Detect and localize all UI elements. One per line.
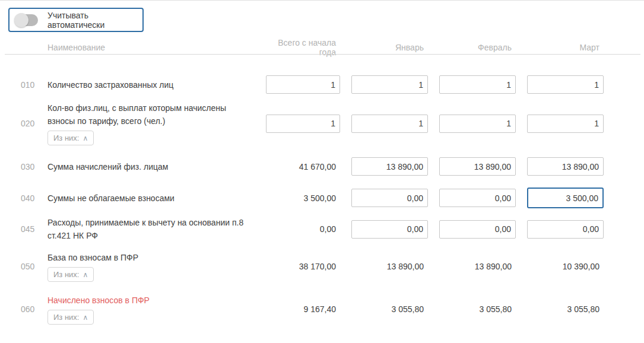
february-040-cell [428,189,516,207]
row-code: 050 [21,262,47,271]
total-010-cell [260,75,340,94]
total-030-cell: 41 670,00 [260,162,340,172]
column-header-february: Февраль [428,43,516,52]
toggle-knob [14,13,28,27]
january-040-cell [340,189,428,207]
expand-details-button[interactable]: Из них:∧ [47,310,94,325]
row-code: 040 [21,193,47,203]
row-name-cell: База по взносам в ПФРИз них:∧ [47,251,260,282]
table-row-045: 045Расходы, принимаемые к вычету на осно… [0,216,644,242]
row-label: База по взносам в ПФР [47,251,138,264]
february-030-input[interactable] [439,157,516,176]
february-030-cell [428,157,516,176]
february-045-cell [428,220,516,239]
february-045-input[interactable] [439,220,516,239]
february-010-cell [428,75,516,94]
table-row-050: 050База по взносам в ПФРИз них:∧38 170,0… [0,251,644,282]
row-name-cell: Кол-во физ.лиц, с выплат которым начисле… [47,101,260,145]
march-045-cell [516,220,604,239]
total-045-cell: 0,00 [260,224,340,234]
column-header-march: Март [516,43,604,52]
march-010-cell [516,75,604,94]
row-label: Начислено взносов в ПФР [47,294,150,307]
row-name-cell: Количество застрахованных лиц [47,78,260,91]
total-060-cell: 9 167,40 [260,304,340,314]
total-020-cell [260,115,340,133]
february-060-cell: 3 055,80 [428,304,516,314]
january-045-cell [340,220,428,239]
february-040-input[interactable] [439,189,516,207]
row-name-cell: Сумма начислений физ. лицам [47,160,260,173]
january-050-cell: 13 890,00 [340,262,428,271]
auto-calc-toggle-container[interactable]: Учитывать автоматически [8,8,144,32]
february-020-cell [428,115,516,133]
column-header-name: Наименование [47,43,260,52]
january-030-input[interactable] [351,157,428,176]
row-label: Сумма начислений физ. лицам [47,160,168,173]
february-020-input[interactable] [439,115,516,133]
expand-details-label: Из них: [53,270,79,279]
march-030-cell [516,157,604,176]
total-050-cell: 38 170,00 [260,262,340,271]
total-010-input[interactable] [266,75,340,94]
chevron-up-icon: ∧ [83,313,88,322]
table-row-010: 010Количество застрахованных лиц [0,75,644,94]
row-name-cell: Начислено взносов в ПФРИз них:∧ [47,294,260,325]
march-050-cell: 10 390,00 [516,262,604,271]
expand-details-button[interactable]: Из них:∧ [47,131,94,145]
january-045-input[interactable] [351,220,428,239]
contributions-form-page: Учитывать автоматически Наименование Все… [0,0,644,343]
march-030-input[interactable] [527,157,604,176]
january-030-cell [340,157,428,176]
row-name-cell: Расходы, принимаемые к вычету на основан… [47,216,260,242]
march-010-input[interactable] [527,75,604,94]
row-code: 020 [21,119,47,128]
march-020-input[interactable] [527,115,604,133]
row-code: 010 [21,80,47,90]
row-code: 060 [21,304,47,314]
january-010-input[interactable] [351,75,428,94]
auto-calc-toggle[interactable] [15,14,38,26]
table-row-030: 030Сумма начислений физ. лицам41 670,00 [0,157,644,176]
row-code: 045 [21,224,47,234]
row-label: Расходы, принимаемые к вычету на основан… [47,216,254,242]
january-010-cell [340,75,428,94]
row-label: Кол-во физ.лиц, с выплат которым начисле… [47,101,254,128]
table-row-060: 060Начислено взносов в ПФРИз них:∧9 167,… [0,294,644,325]
january-040-input[interactable] [351,189,428,207]
chevron-up-icon: ∧ [83,271,88,279]
table-row-040: 040Суммы не облагаемые взносами3 500,00 [0,188,644,208]
march-040-input[interactable] [527,188,604,208]
march-045-input[interactable] [527,220,604,239]
february-010-input[interactable] [439,75,516,94]
january-020-cell [340,115,428,133]
march-020-cell [516,115,604,133]
table-row-020: 020Кол-во физ.лиц, с выплат которым начи… [0,101,644,145]
chevron-up-icon: ∧ [83,134,88,142]
row-code: 030 [21,162,47,172]
expand-details-label: Из них: [53,313,79,322]
row-name-cell: Суммы не облагаемые взносами [47,192,260,205]
row-label: Количество застрахованных лиц [47,78,173,91]
february-050-cell: 13 890,00 [428,262,516,271]
january-020-input[interactable] [351,115,428,133]
march-040-cell [516,188,604,208]
total-020-input[interactable] [266,115,340,133]
expand-details-label: Из них: [53,134,79,142]
march-060-cell: 3 055,80 [516,304,604,314]
total-040-cell: 3 500,00 [260,193,340,203]
auto-calc-toggle-label: Учитывать автоматически [47,11,137,30]
expand-details-button[interactable]: Из них:∧ [47,267,94,282]
column-header-january: Январь [340,43,428,52]
table-body: 010Количество застрахованных лиц020Кол-в… [0,55,644,325]
january-060-cell: 3 055,80 [340,304,428,314]
row-label: Суммы не облагаемые взносами [47,192,175,205]
